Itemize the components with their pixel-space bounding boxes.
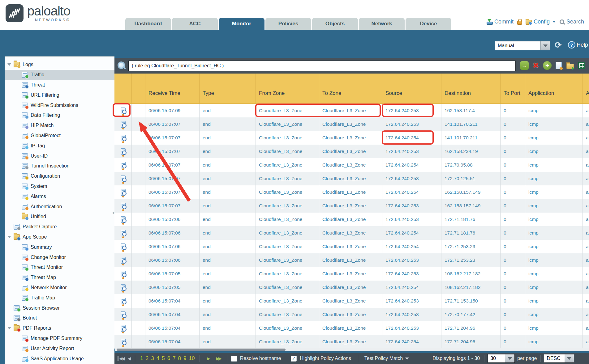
per-page-select[interactable]: 30 <box>488 354 515 363</box>
sidebar-item-summary[interactable]: Summary <box>5 242 114 252</box>
table-row[interactable]: 06/06 15:07:06endCloudflare_L3_ZoneCloud… <box>114 240 589 253</box>
per-page-caret[interactable] <box>505 354 514 362</box>
table-row[interactable]: 06/06 15:07:05endCloudflare_L3_ZoneCloud… <box>114 267 589 281</box>
last-page-button[interactable]: ▶▶ <box>216 356 221 361</box>
log-detail-icon[interactable] <box>121 148 126 155</box>
sidebar-item-logs[interactable]: Logs <box>5 60 114 70</box>
page-number-2[interactable]: 2 <box>146 355 148 362</box>
sidebar-item-authentication[interactable]: Authentication <box>5 201 114 212</box>
log-detail-icon[interactable] <box>121 243 126 250</box>
sort-order-select[interactable]: DESC <box>544 354 574 363</box>
sidebar-item-traffic[interactable]: Traffic <box>5 70 114 80</box>
sidebar-item-alarms[interactable]: Alarms <box>5 191 114 201</box>
resolve-hostname-checkbox[interactable] <box>231 356 237 362</box>
config-menu-button[interactable]: Config <box>526 19 556 25</box>
save-filter-button[interactable] <box>554 61 563 70</box>
sidebar-item-packet-capture[interactable]: Packet Capture <box>5 222 114 232</box>
filter-query-input[interactable]: ( rule eq Cloudflare_Tunnel_Bidirect_HC … <box>128 61 516 71</box>
sidebar-item-ip-tag[interactable]: IP-Tag <box>5 141 114 151</box>
table-row[interactable]: 06/06 15:07:06endCloudflare_L3_ZoneCloud… <box>114 226 589 240</box>
sidebar-item-change-monitor[interactable]: Change Monitor <box>5 252 114 262</box>
table-row[interactable]: 06/06 15:07:07endCloudflare_L3_ZoneCloud… <box>114 158 589 172</box>
log-detail-icon[interactable] <box>121 121 126 128</box>
sidebar-item-pdf-reports[interactable]: PDF Reports <box>5 323 114 333</box>
horizontal-scrollbar[interactable] <box>115 348 589 351</box>
table-row[interactable]: 06/06 15:07:07endCloudflare_L3_ZoneCloud… <box>114 145 589 158</box>
sidebar-item-hip-match[interactable]: HIP Match <box>5 121 114 131</box>
lock-icon[interactable] <box>517 21 522 25</box>
page-number-6[interactable]: 6 <box>167 355 170 362</box>
log-detail-icon[interactable] <box>121 325 126 332</box>
log-detail-icon[interactable] <box>121 230 126 236</box>
log-detail-icon[interactable] <box>121 257 126 264</box>
page-number-3[interactable]: 3 <box>151 355 154 362</box>
sidebar-item-unified[interactable]: Unified <box>5 212 114 222</box>
column-header-from-zone[interactable]: From Zone <box>256 74 319 104</box>
sort-order-caret[interactable] <box>565 354 574 362</box>
search-button[interactable]: Search <box>560 19 584 25</box>
log-detail-icon[interactable] <box>121 176 126 182</box>
table-row[interactable]: 06/06 15:07:04endCloudflare_L3_ZoneCloud… <box>114 321 589 335</box>
sidebar-item-data-filtering[interactable]: Data Filtering <box>5 110 114 121</box>
commit-button[interactable]: Commit <box>486 19 514 25</box>
refresh-icon[interactable]: ⟳ <box>555 40 562 50</box>
sidebar-item-user-id[interactable]: User-ID <box>5 151 114 161</box>
app-scope-expander-icon[interactable] <box>7 236 11 238</box>
sidebar-item-url-filtering[interactable]: URL Filtering <box>5 90 114 100</box>
table-row[interactable]: 06/06 15:07:07endCloudflare_L3_ZoneCloud… <box>114 172 589 185</box>
log-detail-icon[interactable] <box>121 135 126 141</box>
sidebar-item-botnet[interactable]: Botnet <box>5 313 114 323</box>
log-detail-icon[interactable] <box>121 216 126 223</box>
table-row[interactable]: 06/06 15:07:06endCloudflare_L3_ZoneCloud… <box>114 253 589 267</box>
sidebar-item-session-browser[interactable]: Session Browser <box>5 303 114 313</box>
horizontal-scrollbar-thumb[interactable] <box>117 349 286 351</box>
column-header-to-zone[interactable]: To Zone <box>319 74 382 104</box>
column-header-application[interactable]: Application <box>525 74 583 104</box>
table-row[interactable]: 06/06 15:07:04endCloudflare_L3_ZoneCloud… <box>114 335 589 349</box>
tab-acc[interactable]: ACC <box>172 18 218 30</box>
sidebar-collapse-handle[interactable]: ◂ <box>112 210 114 215</box>
table-row[interactable]: 06/06 15:07:07endCloudflare_L3_ZoneCloud… <box>114 199 589 213</box>
sidebar-item-saas-application-usage[interactable]: SaaS Application Usage <box>5 353 114 364</box>
sidebar-item-wildfire-submissions[interactable]: WildFire Submissions <box>5 100 114 110</box>
sidebar-item-threat-monitor[interactable]: Threat Monitor <box>5 262 114 273</box>
table-row[interactable]: 06/06 15:07:07endCloudflare_L3_ZoneCloud… <box>114 131 589 145</box>
sidebar-item-threat[interactable]: Threat <box>5 80 114 90</box>
highlight-policy-actions-checkbox[interactable]: ✓ <box>291 356 297 362</box>
export-logs-button[interactable] <box>577 61 586 70</box>
table-row[interactable]: 06/06 15:07:04endCloudflare_L3_ZoneCloud… <box>114 308 589 321</box>
column-header-receive-time[interactable]: Receive Time <box>145 74 200 104</box>
next-page-button[interactable]: ▶ <box>207 356 209 361</box>
sidebar-item-traffic-map[interactable]: Traffic Map <box>5 293 114 303</box>
log-detail-icon[interactable] <box>121 108 126 114</box>
test-policy-match-button[interactable]: Test Policy Match <box>364 356 403 361</box>
log-detail-icon[interactable] <box>121 298 126 304</box>
log-detail-icon[interactable] <box>121 162 126 168</box>
column-header-to-port[interactable]: To Port <box>501 74 525 104</box>
log-detail-icon[interactable] <box>121 284 126 291</box>
sidebar-item-system[interactable]: System <box>5 181 114 192</box>
tab-policies[interactable]: Policies <box>265 18 311 30</box>
sidebar-item-app-scope[interactable]: App Scope <box>5 232 114 242</box>
column-header-a[interactable]: A <box>583 74 589 104</box>
page-number-10[interactable]: 10 <box>189 355 195 362</box>
log-detail-icon[interactable] <box>121 339 126 345</box>
page-number-7[interactable]: 7 <box>173 355 175 362</box>
page-number-9[interactable]: 9 <box>183 355 186 362</box>
tab-network[interactable]: Network <box>359 18 405 30</box>
load-filter-button[interactable] <box>566 61 574 70</box>
apply-filter-button[interactable]: → <box>520 61 529 70</box>
log-detail-icon[interactable] <box>121 311 126 318</box>
refresh-mode-select[interactable]: Manual <box>495 41 550 50</box>
sidebar-item-configuration[interactable]: Configuration <box>5 171 114 181</box>
sidebar-item-tunnel-inspection[interactable]: Tunnel Inspection <box>5 161 114 171</box>
sidebar-item-globalprotect[interactable]: GlobalProtect <box>5 131 114 141</box>
refresh-mode-caret[interactable] <box>540 41 550 50</box>
sidebar-item-manage-pdf-summary[interactable]: Manage PDF Summary <box>5 333 114 344</box>
log-detail-icon[interactable] <box>121 189 126 196</box>
tab-monitor[interactable]: Monitor <box>219 18 264 30</box>
sidebar-item-network-monitor[interactable]: Network Monitor <box>5 283 114 293</box>
table-row[interactable]: 06/06 15:07:04endCloudflare_L3_ZoneCloud… <box>114 294 589 308</box>
clear-filter-button[interactable]: ✖ <box>531 61 540 70</box>
tab-dashboard[interactable]: Dashboard <box>125 18 171 30</box>
